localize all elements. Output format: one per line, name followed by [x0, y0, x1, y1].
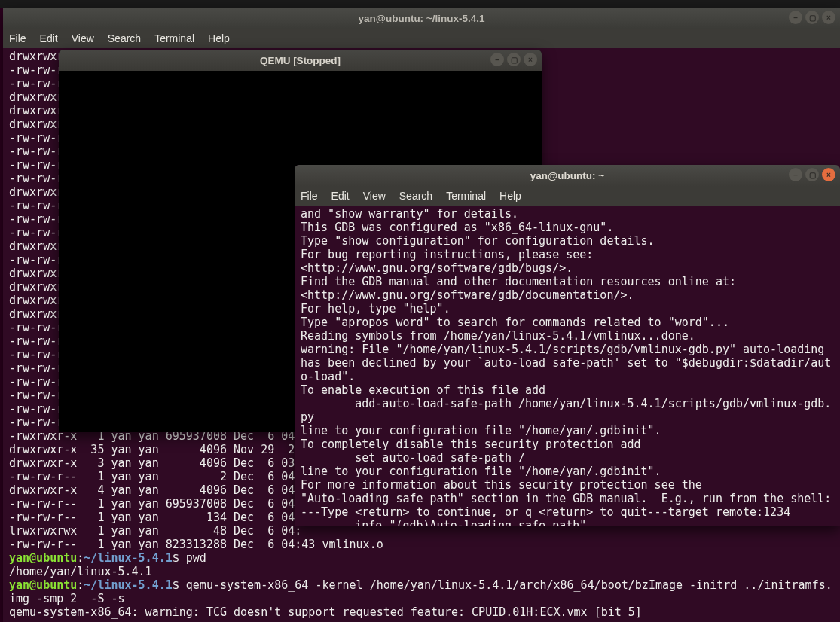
menu-edit[interactable]: Edit	[331, 190, 350, 202]
menu-file[interactable]: File	[9, 32, 26, 44]
minimize-icon[interactable]: –	[789, 168, 802, 181]
close-icon[interactable]: ×	[524, 53, 537, 66]
close-icon[interactable]: ×	[822, 168, 835, 181]
gdb-terminal-title: yan@ubuntu: ~	[530, 170, 604, 181]
maximize-icon[interactable]: ▢	[805, 11, 819, 24]
menu-edit[interactable]: Edit	[40, 32, 58, 44]
menu-search[interactable]: Search	[108, 32, 141, 44]
maximize-icon[interactable]: ▢	[805, 168, 819, 181]
gdb-terminal-titlebar[interactable]: yan@ubuntu: ~ – ▢ ×	[295, 165, 840, 186]
minimize-icon[interactable]: –	[490, 53, 504, 66]
maximize-icon[interactable]: ▢	[507, 53, 521, 66]
gdb-terminal-output[interactable]: and "show warranty" for details. This GD…	[295, 206, 840, 526]
main-terminal-menubar[interactable]: File Edit View Search Terminal Help	[3, 29, 840, 48]
qemu-titlebar[interactable]: QEMU [Stopped] – ▢ ×	[59, 50, 542, 71]
qemu-title: QEMU [Stopped]	[260, 55, 341, 66]
menu-view[interactable]: View	[363, 190, 386, 202]
gdb-terminal-menubar[interactable]: File Edit View Search Terminal Help	[295, 186, 840, 206]
menu-view[interactable]: View	[72, 32, 94, 44]
menu-help[interactable]: Help	[499, 190, 521, 202]
desktop-topbar	[0, 0, 840, 8]
main-terminal-title: yan@ubuntu: ~/linux-5.4.1	[358, 13, 484, 24]
menu-terminal[interactable]: Terminal	[446, 190, 486, 202]
menu-help[interactable]: Help	[208, 32, 230, 44]
menu-terminal[interactable]: Terminal	[154, 32, 194, 44]
menu-file[interactable]: File	[301, 190, 318, 202]
close-icon[interactable]: ×	[822, 11, 835, 24]
menu-search[interactable]: Search	[399, 190, 432, 202]
gdb-terminal-window[interactable]: yan@ubuntu: ~ – ▢ × File Edit View Searc…	[295, 165, 840, 526]
main-terminal-titlebar[interactable]: yan@ubuntu: ~/linux-5.4.1 – ▢ ×	[3, 8, 840, 29]
minimize-icon[interactable]: –	[789, 11, 802, 24]
